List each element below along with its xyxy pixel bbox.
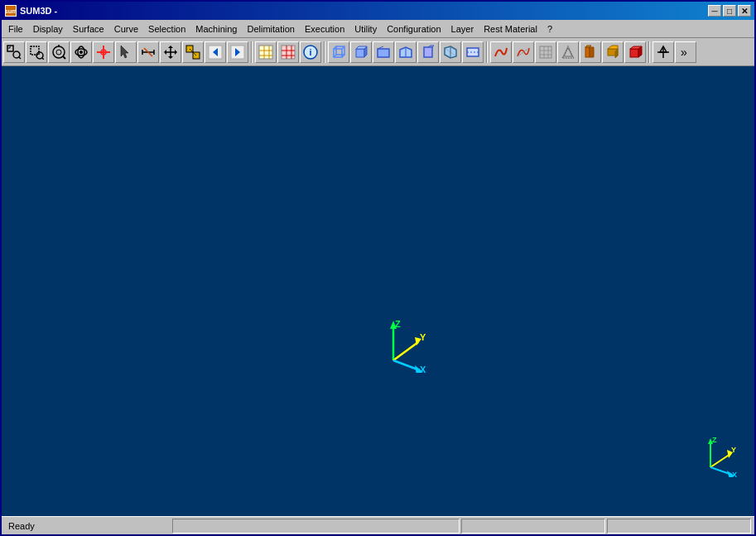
menubar: File Display Surface Curve Selection Mac… xyxy=(2,20,754,38)
svg-text:Y: Y xyxy=(731,446,736,454)
svg-point-14 xyxy=(79,51,83,54)
close-button[interactable]: ✕ xyxy=(738,5,751,17)
viewport[interactable]: Z Y X Z Y xyxy=(2,66,754,516)
svg-marker-54 xyxy=(356,49,364,57)
svg-text:Z: Z xyxy=(712,436,717,444)
menu-configuration[interactable]: Configuration xyxy=(382,22,445,36)
svg-point-3 xyxy=(13,51,20,58)
status-panel-1 xyxy=(172,519,460,534)
zoom-all-button[interactable] xyxy=(3,41,25,63)
svg-rect-57 xyxy=(378,49,389,57)
menu-file[interactable]: File xyxy=(3,22,28,36)
svg-marker-25 xyxy=(164,50,166,55)
svg-marker-82 xyxy=(608,46,618,49)
svg-rect-84 xyxy=(630,49,638,57)
info-button[interactable]: i xyxy=(300,41,321,63)
statusbar: Ready xyxy=(2,516,754,534)
svg-marker-28 xyxy=(168,56,173,59)
svg-text:Z: Z xyxy=(395,319,401,329)
window-title: SUM3D - xyxy=(20,6,57,16)
svg-text:Y: Y xyxy=(420,332,426,342)
svg-rect-36 xyxy=(259,46,272,59)
view-side-button[interactable] xyxy=(417,41,439,63)
svg-marker-80 xyxy=(590,47,594,57)
toolbar-separator-4 xyxy=(648,41,650,63)
transform-button[interactable] xyxy=(182,41,204,63)
select-button[interactable] xyxy=(115,41,137,63)
svg-line-4 xyxy=(19,57,21,59)
menu-execution[interactable]: Execution xyxy=(300,22,349,36)
svg-rect-41 xyxy=(282,46,295,59)
more-button[interactable]: » xyxy=(675,41,696,63)
svg-text:i: i xyxy=(309,47,311,57)
curve-display-button[interactable] xyxy=(490,41,512,63)
svg-text:X: X xyxy=(420,365,426,373)
svg-marker-27 xyxy=(168,46,173,48)
menu-rest-material[interactable]: Rest Material xyxy=(479,22,542,36)
mesh-display-button[interactable] xyxy=(535,41,556,63)
svg-line-11 xyxy=(63,56,65,59)
rotate-button[interactable] xyxy=(70,41,92,63)
arrow-right-button[interactable] xyxy=(227,41,248,63)
crosshair-button[interactable] xyxy=(93,41,114,63)
view-shade-button[interactable] xyxy=(350,41,372,63)
menu-surface[interactable]: Surface xyxy=(68,22,109,36)
toolbar: i xyxy=(2,38,754,66)
menu-layer[interactable]: Layer xyxy=(446,22,479,36)
zoom-window-button[interactable] xyxy=(26,41,47,63)
menu-display[interactable]: Display xyxy=(28,22,68,36)
svg-point-8 xyxy=(53,46,65,58)
toolbar-separator-2 xyxy=(324,41,325,63)
menu-curve[interactable]: Curve xyxy=(109,22,143,36)
menu-selection[interactable]: Selection xyxy=(143,22,190,36)
svg-point-9 xyxy=(56,50,61,55)
red-cube-button[interactable] xyxy=(624,41,646,63)
move-button[interactable] xyxy=(160,41,181,63)
menu-utility[interactable]: Utility xyxy=(349,22,382,36)
measure-button[interactable] xyxy=(137,41,159,63)
toolbar-separator-3 xyxy=(486,41,488,63)
svg-line-94 xyxy=(393,342,418,360)
maximize-button[interactable]: □ xyxy=(723,5,736,17)
axes-center: Z Y X xyxy=(378,319,428,374)
main-window: sum SUM3D - ─ □ ✕ File Display Surface C… xyxy=(0,0,756,536)
zoom-dynamic-button[interactable] xyxy=(48,41,70,63)
arrow-left-button[interactable] xyxy=(205,41,226,63)
menu-machining[interactable]: Machining xyxy=(190,22,242,36)
grid-red-button[interactable] xyxy=(277,41,299,63)
menu-delimitation[interactable]: Delimitation xyxy=(242,22,299,36)
tool2-button[interactable] xyxy=(580,41,601,63)
status-panel-2 xyxy=(461,519,605,534)
tool3-button[interactable] xyxy=(602,41,624,63)
svg-rect-71 xyxy=(540,46,551,58)
svg-rect-69 xyxy=(467,48,479,56)
svg-marker-18 xyxy=(121,46,128,58)
status-panel-3 xyxy=(607,519,751,534)
pointer-button[interactable] xyxy=(652,41,674,63)
view-front-button[interactable] xyxy=(395,41,417,63)
title-buttons: ─ □ ✕ xyxy=(708,5,751,17)
view-iso-button[interactable] xyxy=(440,41,461,63)
menu-help[interactable]: ? xyxy=(542,22,557,36)
status-text: Ready xyxy=(5,521,171,531)
svg-text:X: X xyxy=(732,471,737,477)
view-top-button[interactable] xyxy=(373,41,394,63)
surface-display-button[interactable] xyxy=(513,41,534,63)
svg-rect-0 xyxy=(7,46,13,51)
svg-point-6 xyxy=(36,52,43,59)
tool1-button[interactable] xyxy=(557,41,579,63)
svg-marker-56 xyxy=(364,46,367,57)
title-bar: sum SUM3D - ─ □ ✕ xyxy=(2,2,754,20)
view-flat-button[interactable] xyxy=(462,41,484,63)
axes-corner: Z Y X xyxy=(701,436,738,479)
grid-yellow-button[interactable] xyxy=(255,41,277,63)
toolbar-separator-1 xyxy=(251,41,253,63)
svg-marker-24 xyxy=(175,50,177,55)
svg-rect-78 xyxy=(585,47,590,57)
svg-line-7 xyxy=(42,58,44,60)
minimize-button[interactable]: ─ xyxy=(708,5,721,17)
svg-line-103 xyxy=(710,454,730,467)
svg-text:»: » xyxy=(681,46,687,59)
view-wireframe-button[interactable] xyxy=(328,41,349,63)
app-icon: sum xyxy=(5,5,17,17)
